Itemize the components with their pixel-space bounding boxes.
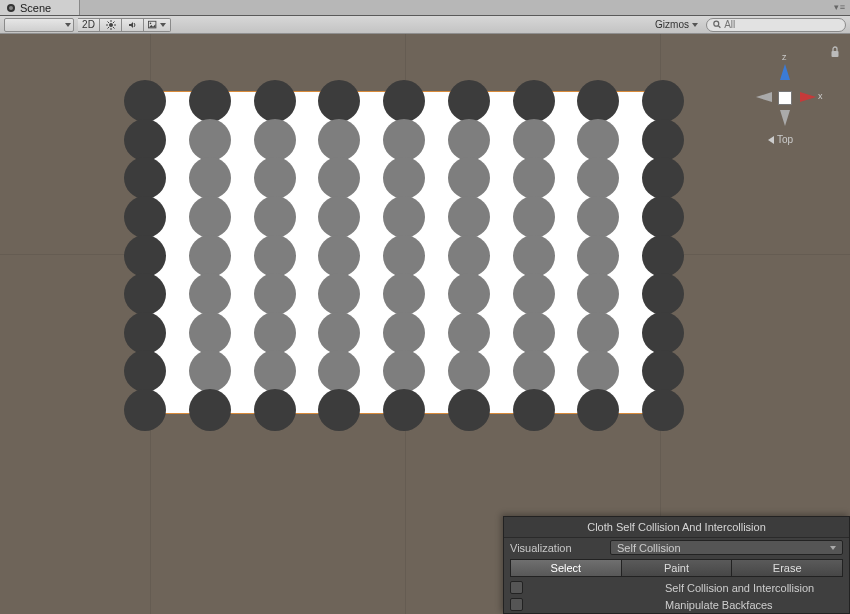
svg-line-14 bbox=[718, 26, 720, 28]
chevron-down-icon bbox=[65, 23, 71, 27]
visualization-label: Visualization bbox=[510, 542, 610, 554]
window-options-icon[interactable]: ▾≡ bbox=[834, 2, 846, 12]
lighting-toggle-button[interactable] bbox=[100, 18, 122, 32]
paint-mode-button[interactable]: Paint bbox=[622, 559, 733, 577]
scene-viewport[interactable]: z x Top Cloth Self Collision And Interco… bbox=[0, 34, 850, 614]
self-collision-row: Self Collision and Intercollision bbox=[504, 579, 849, 596]
visualization-dropdown[interactable]: Self Collision bbox=[610, 540, 843, 555]
svg-point-2 bbox=[109, 23, 113, 27]
panel-title: Cloth Self Collision And Intercollision bbox=[504, 517, 849, 538]
tab-bar: Scene ▾≡ bbox=[0, 0, 850, 16]
shading-mode-dropdown[interactable] bbox=[4, 18, 74, 32]
backfaces-row: Manipulate Backfaces bbox=[504, 596, 849, 613]
axis-x-cone[interactable] bbox=[800, 92, 816, 102]
svg-line-10 bbox=[113, 21, 115, 23]
axis-z-label: z bbox=[782, 52, 787, 62]
svg-line-8 bbox=[113, 27, 115, 29]
gizmo-center-cube[interactable] bbox=[778, 91, 792, 105]
speaker-icon bbox=[128, 20, 138, 30]
orientation-gizmo[interactable]: z x Top bbox=[750, 54, 820, 134]
visualization-value: Self Collision bbox=[617, 542, 681, 554]
2d-toggle-label: 2D bbox=[82, 19, 95, 30]
scene-tab-icon bbox=[6, 3, 16, 13]
svg-point-13 bbox=[714, 21, 719, 26]
axis-neg-cone[interactable] bbox=[780, 110, 790, 126]
search-input[interactable] bbox=[724, 19, 839, 30]
cloth-plane[interactable] bbox=[147, 91, 660, 414]
backfaces-label: Manipulate Backfaces bbox=[665, 599, 773, 611]
erase-mode-button[interactable]: Erase bbox=[732, 559, 843, 577]
chevron-down-icon bbox=[692, 23, 698, 27]
svg-point-1 bbox=[9, 6, 13, 10]
effects-dropdown-button[interactable] bbox=[144, 18, 171, 32]
scene-toolbar: 2D Gizmos bbox=[0, 16, 850, 34]
visualization-row: Visualization Self Collision bbox=[504, 538, 849, 557]
sun-icon bbox=[106, 20, 116, 30]
audio-toggle-button[interactable] bbox=[122, 18, 144, 32]
2d-toggle-button[interactable]: 2D bbox=[78, 18, 100, 32]
chevron-down-icon bbox=[160, 23, 166, 27]
self-collision-checkbox[interactable] bbox=[510, 581, 523, 594]
svg-line-9 bbox=[107, 27, 109, 29]
scene-tab[interactable]: Scene bbox=[0, 0, 80, 15]
svg-rect-15 bbox=[832, 51, 839, 57]
search-field[interactable] bbox=[706, 18, 846, 32]
axis-z-cone[interactable] bbox=[780, 64, 790, 80]
gizmos-dropdown[interactable]: Gizmos bbox=[651, 18, 702, 32]
image-icon bbox=[148, 20, 158, 30]
search-icon bbox=[713, 20, 721, 29]
chevron-down-icon bbox=[830, 546, 836, 550]
backfaces-checkbox[interactable] bbox=[510, 598, 523, 611]
svg-line-7 bbox=[107, 21, 109, 23]
svg-point-12 bbox=[150, 22, 152, 24]
view-label[interactable]: Top bbox=[768, 134, 793, 145]
cloth-collision-panel: Cloth Self Collision And Intercollision … bbox=[503, 516, 850, 614]
axis-neg-cone[interactable] bbox=[756, 92, 772, 102]
scene-tab-label: Scene bbox=[20, 2, 51, 14]
lock-icon[interactable] bbox=[830, 44, 840, 56]
gizmos-label: Gizmos bbox=[655, 19, 689, 30]
select-mode-button[interactable]: Select bbox=[510, 559, 622, 577]
paint-mode-segment: Select Paint Erase bbox=[504, 557, 849, 579]
axis-x-label: x bbox=[818, 91, 823, 101]
self-collision-label: Self Collision and Intercollision bbox=[665, 582, 814, 594]
